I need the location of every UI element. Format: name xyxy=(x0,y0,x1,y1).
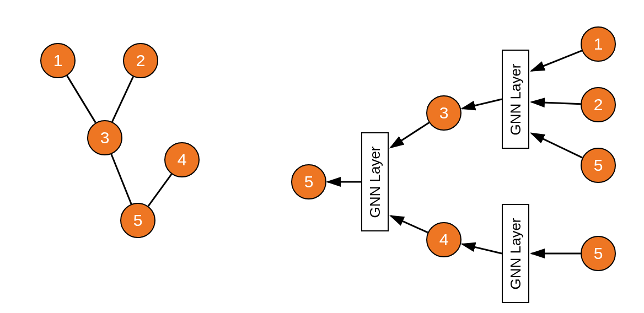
left-node-2: 2 xyxy=(123,43,158,78)
svg-line-11 xyxy=(532,133,583,158)
right-leaf-node-1-l1-label: 1 xyxy=(594,35,603,53)
svg-line-9 xyxy=(532,51,582,71)
left-node-5: 5 xyxy=(120,203,155,238)
right-leaf-node-1-l1: 1 xyxy=(581,26,616,62)
right-leaf-node-5-l4-label: 5 xyxy=(594,244,603,263)
right-mid-node-4: 4 xyxy=(426,222,461,257)
right-leaf-node-5-l3-label: 5 xyxy=(594,156,603,175)
left-node-1: 1 xyxy=(40,43,76,78)
svg-line-3 xyxy=(148,174,171,206)
gnn-layer-top-block: GNN Layer xyxy=(502,50,529,149)
left-node-3: 3 xyxy=(87,120,122,155)
right-mid-node-3-label: 3 xyxy=(439,104,449,122)
left-node-2-label: 2 xyxy=(136,51,146,70)
right-mid-node-3: 3 xyxy=(426,95,461,131)
right-root-node-label: 5 xyxy=(304,172,314,191)
svg-line-0 xyxy=(67,75,96,122)
diagram-canvas: 123455GNN Layer34GNN LayerGNN Layer1255 xyxy=(0,0,644,313)
svg-line-2 xyxy=(111,154,131,204)
gnn-layer-mid-block-label: GNN Layer xyxy=(367,146,384,218)
right-leaf-node-2-l2: 2 xyxy=(581,87,616,122)
right-leaf-node-2-l2-label: 2 xyxy=(594,95,603,114)
gnn-layer-mid-block: GNN Layer xyxy=(361,132,389,231)
svg-line-5 xyxy=(390,122,429,147)
left-node-1-label: 1 xyxy=(53,51,63,70)
svg-line-6 xyxy=(391,216,428,233)
svg-line-7 xyxy=(462,99,502,109)
svg-line-1 xyxy=(112,77,133,122)
right-mid-node-4-label: 4 xyxy=(439,230,449,249)
left-node-4-label: 4 xyxy=(178,150,187,169)
right-leaf-node-5-l4: 5 xyxy=(581,236,616,271)
svg-line-8 xyxy=(462,244,502,253)
left-node-3-label: 3 xyxy=(100,128,110,147)
left-node-4: 4 xyxy=(164,142,200,177)
gnn-layer-top-block-label: GNN Layer xyxy=(507,63,524,135)
right-leaf-node-5-l3: 5 xyxy=(581,148,616,183)
gnn-layer-bot-block-label: GNN Layer xyxy=(507,218,524,289)
edges-layer xyxy=(0,0,644,313)
right-root-node: 5 xyxy=(291,164,326,199)
svg-line-10 xyxy=(532,102,581,104)
left-node-5-label: 5 xyxy=(133,211,143,230)
gnn-layer-bot-block: GNN Layer xyxy=(502,204,529,303)
